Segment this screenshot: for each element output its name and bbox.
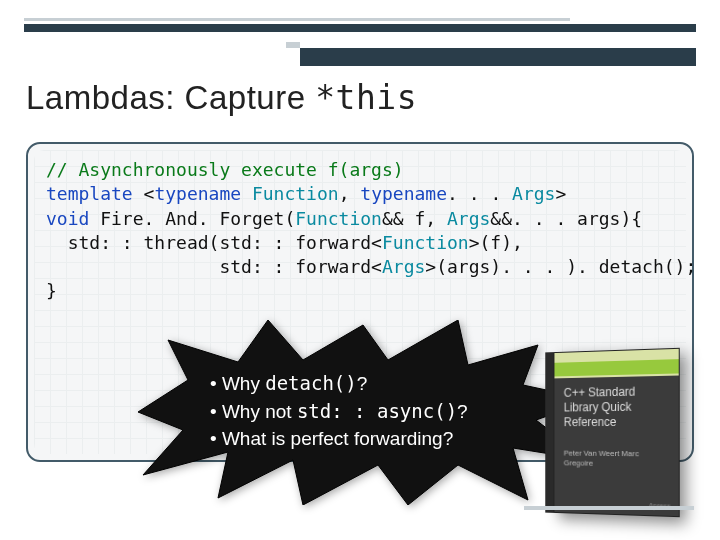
bullet-2: Why not std: : async()? [210,398,570,426]
slide-title: Lambdas: Capture *this [26,78,417,117]
book-band [554,359,678,376]
book-spine [545,352,553,513]
book-image: C++ Standard Library Quick Reference Pet… [554,348,680,517]
callout-text: Why detach()? Why not std: : async()? Wh… [210,370,570,453]
bullet-1: Why detach()? [210,370,570,398]
title-mono: *this [315,78,417,117]
slide: Lambdas: Capture *this // Asynchronously… [0,0,720,540]
decor-bar-thick [24,24,696,32]
decor-bar-secondary [300,48,696,66]
title-text: Lambdas: Capture [26,79,315,116]
decor-line-thin [24,18,570,21]
book-cover: C++ Standard Library Quick Reference Pet… [554,348,680,517]
book-authors: Peter Van Weert Marc Gregoire [564,449,669,471]
book-title: C++ Standard Library Quick Reference [564,384,669,430]
code-listing: // Asynchronously execute f(args) templa… [46,158,674,304]
code-comment: // Asynchronously execute f(args) [46,159,404,180]
bullet-3: What is perfect forwarding? [210,425,570,453]
decor-shelf [524,506,694,510]
